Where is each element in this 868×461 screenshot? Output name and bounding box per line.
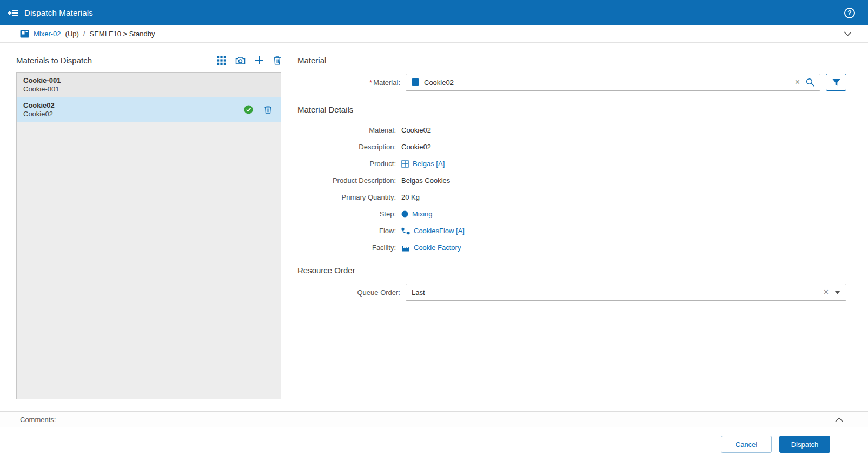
queue-order-select[interactable]: Last × [406,284,846,301]
chevron-up-icon[interactable] [835,417,843,422]
material-details-title: Material Details [297,105,846,114]
material-details: Material: Cookie02 Description: Cookie02… [297,122,846,256]
resource-icon [20,30,29,38]
materials-toolbar [217,56,281,65]
footer-actions: Cancel Dispatch [0,427,868,461]
materials-panel: Materials to Dispatch [16,56,281,411]
list-item-selected[interactable]: Cookie02 Cookie02 [17,97,281,122]
step-icon [401,210,408,218]
detail-row-description: Description: Cookie02 [297,139,846,155]
filter-button[interactable] [826,74,846,91]
breadcrumb-resource-link[interactable]: Mixer-02 [34,30,61,38]
flow-link[interactable]: CookiesFlow [A] [414,227,465,235]
material-field-label: *Material: [297,78,406,87]
material-name: Cookie02 [23,101,244,110]
search-icon[interactable] [806,78,814,87]
material-input[interactable]: Cookie02 × [406,74,820,91]
detail-row-material: Material: Cookie02 [297,122,846,139]
breadcrumb-state: SEMI E10 > Standby [89,30,155,38]
material-field-row: *Material: Cookie02 × [297,74,846,91]
materials-list: Cookie-001 Cookie-001 Cookie02 Cookie02 [16,72,281,399]
comments-label: Comments: [20,416,56,424]
breadcrumb-up-label: (Up) [65,30,79,38]
queue-order-value: Last [412,288,818,297]
help-icon[interactable]: ? [844,8,855,18]
material-description: Cookie-001 [23,85,274,94]
main-content: Materials to Dispatch [0,43,868,411]
page-title: Dispatch Materials [24,8,93,17]
row-delete-icon[interactable] [264,105,272,114]
list-item[interactable]: Cookie-001 Cookie-001 [17,73,281,97]
breadcrumb: Mixer-02 (Up) / SEMI E10 > Standby [0,25,868,43]
material-section-title: Material [297,56,846,65]
comments-bar[interactable]: Comments: [0,411,868,427]
dispatch-button[interactable]: Dispatch [779,436,830,453]
detail-row-step: Step: Mixing [297,206,846,222]
material-form-panel: Material *Material: Cookie02 × [297,56,846,411]
camera-icon[interactable] [235,56,246,65]
delete-icon[interactable] [273,56,281,65]
materials-panel-title: Materials to Dispatch [16,56,92,65]
product-link[interactable]: Belgas [A] [413,160,445,168]
resource-order-title: Resource Order [297,266,846,275]
cancel-button[interactable]: Cancel [721,436,772,453]
clear-icon[interactable]: × [823,288,830,297]
queue-order-label: Queue Order: [297,288,406,297]
breadcrumb-separator: / [83,30,85,38]
detail-row-facility: Facility: Cookie Factory [297,239,846,256]
clear-icon[interactable]: × [794,78,801,87]
dispatch-materials-window: Dispatch Materials ? Mixer-02 (Up) / SEM… [0,0,868,461]
material-input-value: Cookie02 [424,78,789,87]
facility-icon [401,244,410,252]
material-type-icon [412,78,419,86]
product-icon [401,160,409,168]
dropdown-caret-icon[interactable] [834,291,840,294]
material-name: Cookie-001 [23,76,274,85]
material-description: Cookie02 [23,110,244,118]
dispatch-icon [8,9,19,17]
detail-row-primary-quantity: Primary Quantity: 20 Kg [297,189,846,206]
required-marker: * [369,78,372,87]
title-bar: Dispatch Materials ? [0,0,868,25]
grid-view-icon[interactable] [217,56,226,65]
detail-row-product: Product: Belgas [A] [297,155,846,172]
detail-row-flow: Flow: CookiesFlow [A] [297,222,846,239]
valid-check-icon [244,105,253,114]
step-link[interactable]: Mixing [412,210,433,218]
flow-icon [401,227,410,235]
filter-icon [832,78,840,87]
facility-link[interactable]: Cookie Factory [414,243,461,252]
add-icon[interactable] [255,56,264,65]
chevron-down-icon[interactable] [844,31,852,36]
detail-row-product-description: Product Description: Belgas Cookies [297,172,846,189]
queue-order-field-row: Queue Order: Last × [297,284,846,301]
